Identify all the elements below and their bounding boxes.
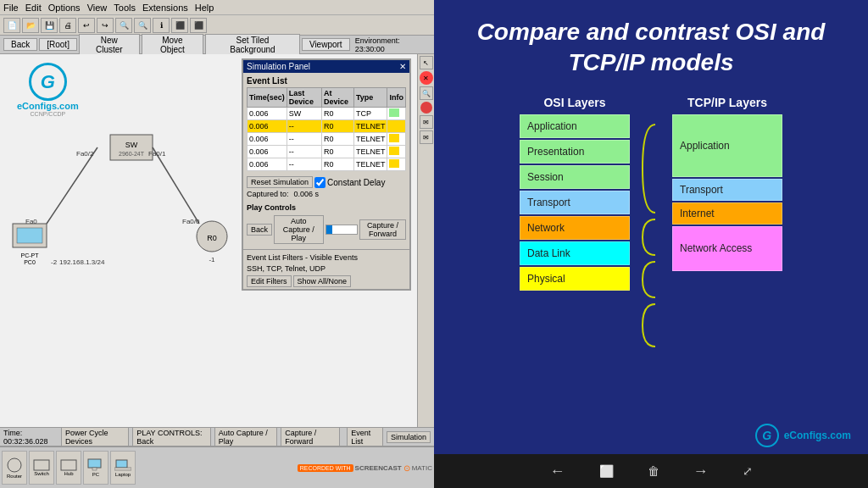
device-switch[interactable]: Switch: [29, 451, 54, 485]
reset-sim-btn[interactable]: Reset Simulation: [247, 176, 313, 188]
event-row[interactable]: 0.006--R0TELNET: [248, 158, 406, 171]
progress-bar: [326, 225, 358, 235]
toolbar-extra2[interactable]: ⬛: [190, 18, 207, 33]
osi-layer-presentation: Presentation: [520, 140, 630, 164]
tool-delete[interactable]: ✕: [420, 71, 433, 85]
show-all-btn[interactable]: Show All/None: [293, 275, 352, 287]
nav-new-cluster[interactable]: New Cluster: [79, 34, 140, 56]
tool-extra[interactable]: ✉: [420, 115, 433, 129]
tool-extra2[interactable]: ✉: [420, 130, 433, 144]
svg-text:-1: -1: [209, 256, 215, 263]
svg-line-3: [47, 147, 97, 224]
menu-options[interactable]: Options: [48, 3, 81, 13]
nav-move-object[interactable]: Move Object: [142, 34, 203, 56]
nav-screen-icon[interactable]: ⬜: [599, 464, 614, 478]
tool-select[interactable]: ↖: [420, 56, 433, 69]
edit-filters-btn[interactable]: Edit Filters: [247, 275, 292, 287]
toolbar-print[interactable]: 🖨: [59, 18, 76, 33]
device-router[interactable]: Router: [2, 451, 27, 485]
nav-fullscreen-icon[interactable]: ⤢: [743, 464, 753, 478]
osi-layer-network: Network: [520, 216, 630, 240]
menu-help[interactable]: Help: [195, 3, 214, 13]
nav-delete-icon[interactable]: 🗑: [648, 464, 659, 478]
status-play[interactable]: PLAY CONTROLS: Back: [132, 427, 210, 447]
nav-tiled-bg[interactable]: Set Tiled Background: [205, 34, 300, 56]
menu-extensions[interactable]: Extensions: [142, 3, 188, 13]
svg-rect-20: [61, 460, 76, 470]
tool-pdu-red[interactable]: [420, 102, 432, 114]
filters-label: Event List Filters - Visible Events: [243, 249, 409, 263]
canvas-area[interactable]: G eConfigs.com CCNP/CCDP SW 2960-24T Fa0…: [0, 54, 417, 427]
status-simulation[interactable]: Simulation: [387, 431, 431, 443]
osi-layer-datalink: Data Link: [520, 241, 630, 265]
simulation-panel: Simulation Panel ✕ Event List Time(sec) …: [242, 58, 411, 291]
back-btn[interactable]: Back: [247, 224, 272, 236]
col-info: Info: [387, 88, 406, 108]
event-row[interactable]: 0.006--R0TELNET: [248, 146, 406, 158]
menu-edit[interactable]: Edit: [25, 3, 42, 13]
col-at: At Device: [321, 88, 353, 108]
nav-root[interactable]: [Root]: [39, 38, 77, 51]
event-table: Time(sec) Last Device At Device Type Inf…: [247, 87, 406, 171]
toolbar-extra1[interactable]: ⬛: [171, 18, 188, 33]
nav-back-arrow[interactable]: ←: [550, 463, 565, 480]
event-row[interactable]: 0.006SWR0TCP: [248, 108, 406, 120]
status-capture[interactable]: Capture / Forward: [281, 427, 340, 447]
toolbar-info[interactable]: ℹ: [153, 18, 170, 33]
status-auto[interactable]: Auto Capture / Play: [214, 427, 278, 447]
device-laptop[interactable]: Laptop: [110, 451, 136, 485]
capture-forward-btn[interactable]: Capture / Forward: [359, 219, 406, 240]
auto-cap-btn[interactable]: Auto Capture / Play: [274, 215, 324, 244]
toolbar-new[interactable]: 📄: [3, 18, 20, 33]
svg-text:-2: -2: [51, 258, 58, 266]
event-list-label: Event List: [247, 76, 406, 86]
nav-environment: Environment: 23:30:00: [355, 36, 431, 53]
menu-file[interactable]: File: [3, 3, 19, 13]
col-time: Time(sec): [248, 88, 287, 108]
event-row[interactable]: 0.006--R0TELNET: [248, 120, 406, 133]
nav-viewport[interactable]: Viewport: [302, 38, 350, 51]
menu-tools[interactable]: Tools: [114, 3, 136, 13]
status-power[interactable]: Power Cycle Devices: [61, 427, 129, 447]
svg-text:PC0: PC0: [24, 259, 36, 265]
sim-controls: Reset Simulation Constant Delay Captured…: [243, 173, 409, 202]
svg-rect-10: [17, 228, 42, 243]
status-event-list[interactable]: Event List: [347, 427, 383, 447]
constant-delay-label: Constant Delay: [327, 178, 385, 187]
toolbar-save[interactable]: 💾: [41, 18, 58, 33]
logo-text-bottom: eConfigs.com: [784, 430, 851, 441]
constant-delay-check[interactable]: [314, 177, 326, 188]
sim-title-bar: Simulation Panel ✕: [243, 60, 409, 73]
captured-val: 0.006 s: [294, 190, 320, 198]
col-last: Last Device: [287, 88, 321, 108]
brace-area: [638, 96, 664, 353]
filter-types: SSH, TCP, Telnet, UDP: [243, 263, 409, 274]
toolbar-open[interactable]: 📂: [22, 18, 39, 33]
right-icons-panel: ↖ ✕ 🔍 ✉ ✉: [417, 54, 434, 427]
nav-forward-arrow[interactable]: →: [693, 463, 709, 480]
svg-rect-21: [88, 459, 101, 468]
menu-view[interactable]: View: [87, 3, 108, 13]
device-pc[interactable]: PC: [83, 451, 108, 485]
svg-rect-19: [34, 460, 49, 470]
event-row[interactable]: 0.006--R0TELNET: [248, 133, 406, 146]
col-type: Type: [353, 88, 387, 108]
osi-column-title: OSI Layers: [520, 96, 630, 109]
osi-layer-physical: Physical: [520, 267, 630, 291]
toolbar-zoom-out[interactable]: 🔍: [134, 18, 151, 33]
svg-rect-22: [92, 468, 97, 470]
device-hub[interactable]: Hub: [56, 451, 81, 485]
nav-back[interactable]: Back: [3, 38, 37, 51]
toolbar-zoom-in[interactable]: 🔍: [115, 18, 132, 33]
tcpip-layer-internet: Internet: [672, 202, 782, 225]
svg-text:Fa0/0: Fa0/0: [182, 218, 200, 225]
svg-line-4: [153, 147, 199, 224]
slide-title: Compare and contrast OSI and TCP/IP mode…: [459, 17, 843, 79]
tool-inspect[interactable]: 🔍: [420, 86, 433, 100]
play-controls-label: Play Controls: [243, 202, 409, 214]
toolbar-redo[interactable]: ↪: [97, 18, 114, 33]
tcpip-layer-transport: Transport: [672, 179, 782, 201]
toolbar: 📄 📂 💾 🖨 ↩ ↪ 🔍 🔍 ℹ ⬛ ⬛: [0, 15, 434, 36]
svg-rect-23: [116, 460, 127, 468]
toolbar-undo[interactable]: ↩: [78, 18, 95, 33]
